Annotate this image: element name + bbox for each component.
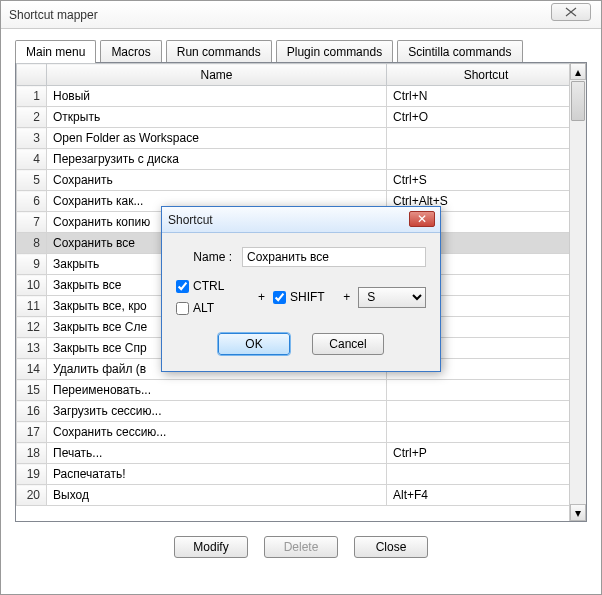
scroll-up-button[interactable]: ▴ — [570, 63, 586, 80]
cell-shortcut: Ctrl+N — [387, 86, 586, 107]
window-close-button[interactable] — [551, 3, 591, 21]
row-number: 3 — [17, 128, 47, 149]
tab-main-menu[interactable]: Main menu — [15, 40, 96, 63]
cell-name: Печать... — [47, 443, 387, 464]
cell-name: Сохранить сессию... — [47, 422, 387, 443]
window-titlebar: Shortcut mapper — [1, 1, 601, 29]
row-number: 18 — [17, 443, 47, 464]
close-icon — [564, 7, 578, 17]
row-number: 11 — [17, 296, 47, 317]
name-input[interactable] — [242, 247, 426, 267]
table-row[interactable]: 4Перезагрузить с диска — [17, 149, 586, 170]
key-select[interactable]: S — [358, 287, 426, 308]
plus-2: + — [343, 290, 350, 304]
row-number: 19 — [17, 464, 47, 485]
row-number: 13 — [17, 338, 47, 359]
shortcut-mapper-window: Shortcut mapper Main menuMacrosRun comma… — [0, 0, 602, 595]
scroll-thumb[interactable] — [571, 81, 585, 121]
row-number: 14 — [17, 359, 47, 380]
cell-name: Перезагрузить с диска — [47, 149, 387, 170]
tab-plugin-commands[interactable]: Plugin commands — [276, 40, 393, 63]
cell-shortcut — [387, 464, 586, 485]
cell-shortcut: Ctrl+O — [387, 107, 586, 128]
delete-button: Delete — [264, 536, 338, 558]
shortcut-dialog: Shortcut ✕ Name : CTRL ALT — [161, 206, 441, 372]
shift-label: SHIFT — [290, 290, 325, 304]
alt-checkbox[interactable] — [176, 302, 189, 315]
row-number: 16 — [17, 401, 47, 422]
cell-shortcut — [387, 380, 586, 401]
name-label: Name : — [176, 250, 232, 264]
row-number: 2 — [17, 107, 47, 128]
dialog-body: Name : CTRL ALT + SHIFT — [162, 233, 440, 371]
ctrl-checkbox[interactable] — [176, 280, 189, 293]
row-number: 1 — [17, 86, 47, 107]
cell-name: Открыть — [47, 107, 387, 128]
dialog-titlebar: Shortcut ✕ — [162, 207, 440, 233]
tab-bar: Main menuMacrosRun commandsPlugin comman… — [1, 29, 601, 62]
row-number: 9 — [17, 254, 47, 275]
row-number: 5 — [17, 170, 47, 191]
alt-label: ALT — [193, 301, 214, 315]
cell-shortcut — [387, 422, 586, 443]
footer-buttons: Modify Delete Close — [1, 522, 601, 572]
cell-shortcut — [387, 149, 586, 170]
dialog-close-button[interactable]: ✕ — [409, 211, 435, 227]
table-row[interactable]: 20ВыходAlt+F4 — [17, 485, 586, 506]
shift-checkbox-wrap[interactable]: SHIFT — [273, 290, 325, 304]
row-number: 6 — [17, 191, 47, 212]
tab-macros[interactable]: Macros — [100, 40, 161, 63]
table-row[interactable]: 1НовыйCtrl+N — [17, 86, 586, 107]
modify-button[interactable]: Modify — [174, 536, 248, 558]
close-button[interactable]: Close — [354, 536, 428, 558]
scroll-down-button[interactable]: ▾ — [570, 504, 586, 521]
tab-run-commands[interactable]: Run commands — [166, 40, 272, 63]
close-icon: ✕ — [417, 212, 427, 226]
window-title: Shortcut mapper — [9, 8, 98, 22]
row-number: 12 — [17, 317, 47, 338]
cell-name: Выход — [47, 485, 387, 506]
row-number: 8 — [17, 233, 47, 254]
ok-button[interactable]: OK — [218, 333, 290, 355]
cancel-button[interactable]: Cancel — [312, 333, 384, 355]
vertical-scrollbar[interactable]: ▴ ▾ — [569, 63, 586, 521]
table-row[interactable]: 15Переименовать... — [17, 380, 586, 401]
table-row[interactable]: 3Open Folder as Workspace — [17, 128, 586, 149]
cell-shortcut: Ctrl+P — [387, 443, 586, 464]
cell-name: Сохранить — [47, 170, 387, 191]
table-row[interactable]: 18Печать...Ctrl+P — [17, 443, 586, 464]
cell-shortcut: Alt+F4 — [387, 485, 586, 506]
plus-1: + — [258, 290, 265, 304]
table-row[interactable]: 2ОткрытьCtrl+O — [17, 107, 586, 128]
table-row[interactable]: 16Загрузить сессию... — [17, 401, 586, 422]
dialog-title: Shortcut — [168, 213, 213, 227]
cell-name: Распечатать! — [47, 464, 387, 485]
cell-name: Open Folder as Workspace — [47, 128, 387, 149]
row-number: 20 — [17, 485, 47, 506]
row-number: 17 — [17, 422, 47, 443]
tab-scintilla-commands[interactable]: Scintilla commands — [397, 40, 522, 63]
column-header-shortcut[interactable]: Shortcut — [387, 64, 586, 86]
ctrl-checkbox-wrap[interactable]: CTRL — [176, 279, 232, 293]
column-header-name[interactable]: Name — [47, 64, 387, 86]
row-number: 10 — [17, 275, 47, 296]
cell-name: Переименовать... — [47, 380, 387, 401]
table-row[interactable]: 19Распечатать! — [17, 464, 586, 485]
cell-name: Загрузить сессию... — [47, 401, 387, 422]
row-number: 15 — [17, 380, 47, 401]
cell-shortcut — [387, 128, 586, 149]
cell-shortcut: Ctrl+S — [387, 170, 586, 191]
cell-shortcut — [387, 401, 586, 422]
table-row[interactable]: 17Сохранить сессию... — [17, 422, 586, 443]
alt-checkbox-wrap[interactable]: ALT — [176, 301, 232, 315]
cell-name: Новый — [47, 86, 387, 107]
row-number: 7 — [17, 212, 47, 233]
ctrl-label: CTRL — [193, 279, 224, 293]
table-row[interactable]: 5СохранитьCtrl+S — [17, 170, 586, 191]
row-number: 4 — [17, 149, 47, 170]
shift-checkbox[interactable] — [273, 291, 286, 304]
column-header-rownum[interactable] — [17, 64, 47, 86]
